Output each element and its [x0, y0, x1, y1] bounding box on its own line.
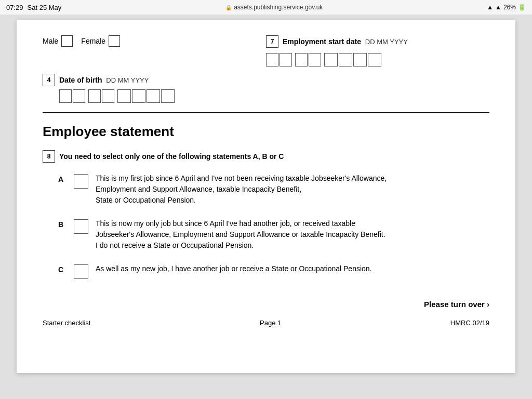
emp-year-boxes	[324, 53, 381, 66]
gender-female: Female	[81, 35, 120, 47]
dob-year-2[interactable]	[132, 89, 145, 103]
option-c-letter: C	[58, 265, 66, 274]
statement-b: B This is now my only job but since 6 Ap…	[43, 218, 489, 251]
signal-icon: ▲	[495, 4, 501, 11]
gender-section: Male Female	[43, 35, 266, 47]
dob-format: DD MM YYYY	[106, 76, 149, 84]
emp-year-4[interactable]	[368, 53, 381, 66]
field-7-number: 7	[266, 35, 278, 48]
document-wrapper: Male Female 7 Employment start date DD M…	[0, 15, 532, 399]
section-divider	[43, 112, 489, 113]
emp-month-1[interactable]	[295, 53, 308, 66]
option-b-text: This is now my only job but since 6 Apri…	[96, 218, 385, 251]
employment-start-format: DD MM YYYY	[365, 38, 408, 46]
statement-a: A This is my first job since 6 April and…	[43, 173, 489, 206]
form-footer: Starter checklist Page 1 HMRC 02/19	[43, 319, 489, 327]
form-page: Male Female 7 Employment start date DD M…	[17, 20, 515, 373]
battery-icon: 🔋	[518, 4, 526, 11]
employment-start-section: 7 Employment start date DD MM YYYY	[266, 35, 489, 66]
option-b-checkbox[interactable]	[74, 219, 88, 234]
turn-over: Please turn over ›	[43, 300, 489, 309]
dob-month-boxes	[88, 89, 114, 103]
dob-section: 4 Date of birth DD MM YYYY	[43, 74, 489, 103]
option-c-checkbox[interactable]	[74, 264, 88, 279]
lock-icon	[225, 4, 232, 11]
statement-c: C As well as my new job, I have another …	[43, 263, 489, 279]
option-b-letter: B	[58, 220, 66, 229]
dob-month-1[interactable]	[88, 89, 101, 103]
field-4-number: 4	[43, 74, 55, 86]
time: 07:29	[6, 4, 23, 11]
field-8-number: 8	[43, 150, 55, 163]
dob-day-boxes	[59, 89, 85, 103]
option-a-checkbox[interactable]	[74, 174, 88, 189]
dob-month-2[interactable]	[102, 89, 114, 103]
employment-start-label: Employment start date DD MM YYYY	[283, 37, 408, 46]
emp-day-boxes	[266, 53, 292, 66]
dob-day-1[interactable]	[59, 89, 72, 103]
dob-label-row: 4 Date of birth DD MM YYYY	[43, 74, 489, 86]
dob-year-3[interactable]	[147, 89, 160, 103]
footer-center: Page 1	[260, 319, 281, 327]
url: assets.publishing.service.gov.uk	[234, 4, 323, 11]
footer-right: HMRC 02/19	[450, 319, 489, 327]
section-title: Employee statement	[43, 124, 489, 140]
dob-year-1[interactable]	[117, 89, 131, 103]
dob-label: Date of birth DD MM YYYY	[59, 76, 149, 84]
turn-over-text: Please turn over ›	[424, 300, 489, 309]
question-8-row: 8 You need to select only one of the fol…	[43, 150, 489, 163]
emp-day-2[interactable]	[280, 53, 292, 66]
wifi-icon: ▲	[487, 4, 493, 11]
footer-left: Starter checklist	[43, 319, 90, 327]
dob-year-boxes	[117, 89, 175, 103]
url-bar-text: assets.publishing.service.gov.uk	[225, 4, 323, 11]
status-bar: 07:29 Sat 25 May assets.publishing.servi…	[0, 0, 532, 15]
option-c-text: As well as my new job, I have another jo…	[96, 263, 372, 274]
emp-month-2[interactable]	[309, 53, 321, 66]
female-checkbox[interactable]	[109, 35, 120, 47]
option-a-text: This is my first job since 6 April and I…	[96, 173, 387, 206]
male-checkbox[interactable]	[61, 35, 73, 47]
employment-start-header: 7 Employment start date DD MM YYYY	[266, 35, 489, 48]
emp-year-1[interactable]	[324, 53, 338, 66]
battery-level: 26%	[503, 4, 516, 11]
emp-day-1[interactable]	[266, 53, 278, 66]
dob-date-boxes	[43, 89, 489, 103]
date: Sat 25 May	[28, 4, 62, 11]
emp-year-3[interactable]	[353, 53, 367, 66]
emp-year-2[interactable]	[339, 53, 352, 66]
emp-month-boxes	[295, 53, 321, 66]
male-label: Male	[43, 37, 58, 45]
employment-start-date-boxes	[266, 53, 489, 66]
dob-year-4[interactable]	[161, 89, 175, 103]
question-8-text: You need to select only one of the follo…	[59, 152, 284, 161]
female-label: Female	[81, 37, 105, 45]
dob-day-2[interactable]	[73, 89, 85, 103]
option-a-letter: A	[58, 175, 66, 183]
status-icons: ▲ ▲ 26% 🔋	[487, 4, 526, 11]
gender-male: Male	[43, 35, 73, 47]
